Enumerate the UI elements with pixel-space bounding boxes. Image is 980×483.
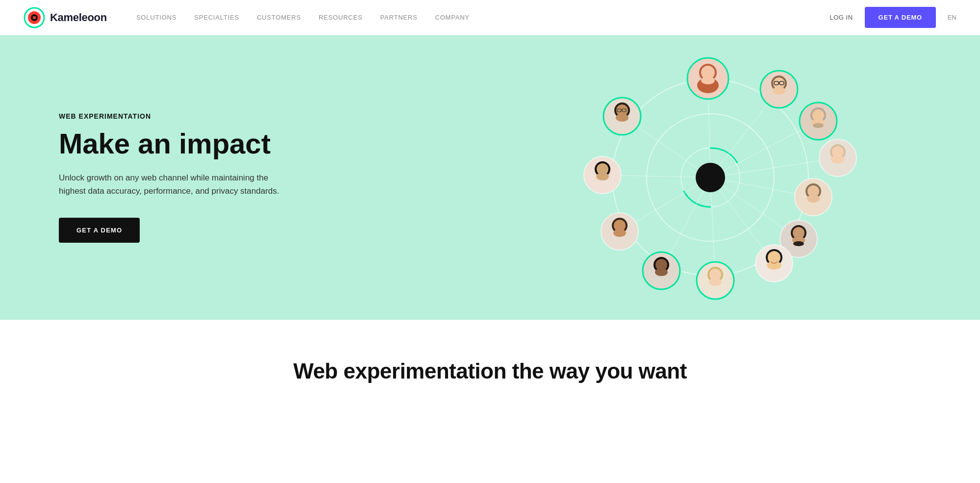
network-svg [563,45,857,310]
svg-point-40 [831,155,845,164]
svg-point-69 [596,173,609,180]
svg-point-36 [813,123,824,128]
hero-content: WEB EXPERIMENTATION Make an impact Unloc… [59,112,284,242]
svg-point-3 [33,16,36,19]
nav-demo-button[interactable]: GET A DEMO [865,7,936,28]
svg-point-57 [709,278,722,286]
nav-link-partners[interactable]: PARTNERS [380,14,417,21]
nav-link-solutions[interactable]: SOLUTIONS [136,14,176,21]
nav-link-company[interactable]: COMPANY [435,14,469,21]
hero-subtitle: Unlock growth on any web channel while m… [59,171,284,198]
main-nav: Kameleoon SOLUTIONS SPECIALTIES CUSTOMER… [0,0,980,35]
svg-point-44 [807,195,820,203]
logo-icon [24,7,45,28]
svg-point-65 [613,229,626,237]
svg-point-61 [655,268,668,276]
nav-right: LOG IN GET A DEMO EN [829,7,956,28]
svg-point-24 [701,76,715,84]
svg-point-19 [696,163,725,192]
nav-links: SOLUTIONS SPECIALTIES CUSTOMERS RESOURCE… [136,14,830,21]
hero-title: Make an impact [59,128,284,159]
bottom-title: Web experimentation the way you want [24,359,956,383]
svg-point-49 [793,241,804,246]
hero-eyebrow: WEB EXPERIMENTATION [59,112,284,120]
nav-link-customers[interactable]: CUSTOMERS [257,14,301,21]
network-visualization [441,35,980,320]
svg-point-53 [767,261,781,270]
bottom-section: Web experimentation the way you want [0,320,980,403]
nav-link-resources[interactable]: RESOURCES [319,14,363,21]
svg-point-28 [773,87,785,95]
logo-link[interactable]: Kameleoon [24,7,107,28]
logo-text: Kameleoon [50,11,107,24]
svg-point-73 [616,114,628,122]
nav-link-specialties[interactable]: SPECIALTIES [194,14,239,21]
language-selector[interactable]: EN [948,14,956,21]
hero-section: WEB EXPERIMENTATION Make an impact Unloc… [0,35,980,320]
hero-demo-button[interactable]: GET A DEMO [59,218,140,243]
login-link[interactable]: LOG IN [829,14,853,21]
